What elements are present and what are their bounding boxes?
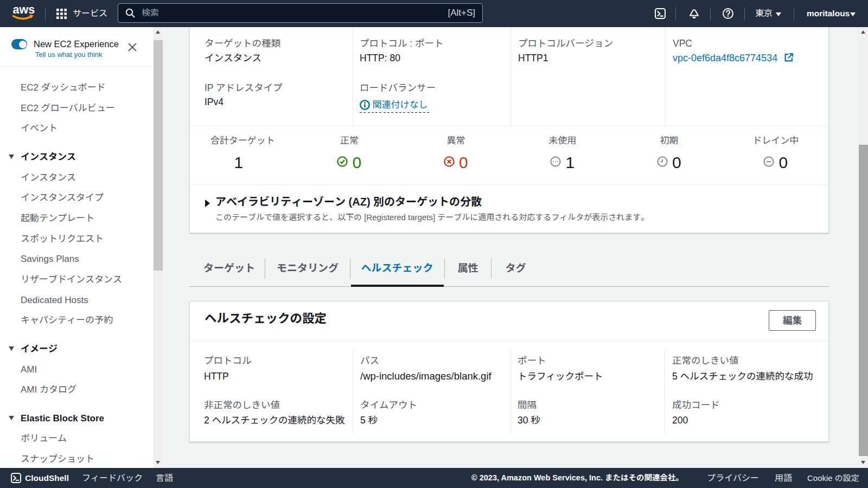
svg-text:aws: aws <box>13 3 35 16</box>
